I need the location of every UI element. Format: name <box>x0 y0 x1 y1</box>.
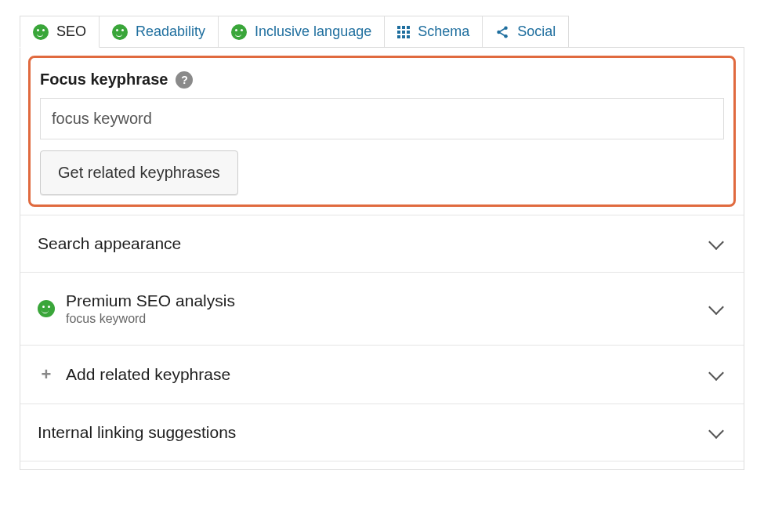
focus-keyphrase-label: Focus keyphrase <box>40 71 168 89</box>
chevron-down-icon <box>708 234 724 250</box>
grid-icon <box>397 26 410 38</box>
tab-label: Schema <box>418 24 469 40</box>
accordion-internal-linking[interactable]: Internal linking suggestions <box>20 404 744 461</box>
accordion-subtitle: focus keyword <box>66 312 235 326</box>
smiley-icon <box>38 300 55 317</box>
help-icon[interactable]: ? <box>176 71 193 89</box>
focus-keyphrase-input[interactable] <box>40 98 724 139</box>
accordion-premium-seo-analysis[interactable]: Premium SEO analysis focus keyword <box>20 273 744 346</box>
plus-icon: + <box>38 364 55 385</box>
share-icon <box>495 25 509 39</box>
tab-label: SEO <box>56 24 86 40</box>
accordion-search-appearance[interactable]: Search appearance <box>20 215 744 273</box>
svg-line-4 <box>500 32 505 35</box>
tab-inclusive-language[interactable]: Inclusive language <box>218 16 385 47</box>
smiley-icon <box>112 24 128 40</box>
chevron-down-icon <box>708 299 724 315</box>
tab-social[interactable]: Social <box>482 16 569 47</box>
accordion: Search appearance Premium SEO analysis f… <box>20 215 744 461</box>
focus-label-row: Focus keyphrase ? <box>40 71 724 89</box>
tab-label: Inclusive language <box>255 24 371 40</box>
chevron-down-icon <box>708 423 724 439</box>
tab-seo[interactable]: SEO <box>20 16 100 48</box>
focus-keyphrase-box: Focus keyphrase ? Get related keyphrases <box>28 56 736 207</box>
tab-label: Social <box>517 24 556 40</box>
tab-schema[interactable]: Schema <box>384 16 483 47</box>
smiley-icon <box>231 24 247 40</box>
accordion-title: Add related keyphrase <box>66 365 230 384</box>
seo-panel: Focus keyphrase ? Get related keyphrases… <box>20 47 744 470</box>
accordion-title-stack: Premium SEO analysis focus keyword <box>66 291 235 326</box>
tab-readability[interactable]: Readability <box>99 16 219 47</box>
accordion-title: Premium SEO analysis <box>66 291 235 310</box>
svg-line-3 <box>500 28 505 31</box>
tab-label: Readability <box>136 24 205 40</box>
chevron-down-icon <box>708 365 724 381</box>
accordion-add-related-keyphrase[interactable]: + Add related keyphrase <box>20 346 744 404</box>
accordion-title: Internal linking suggestions <box>38 423 236 442</box>
tabs-bar: SEO Readability Inclusive language Schem… <box>20 16 744 47</box>
smiley-icon <box>33 24 49 40</box>
accordion-title: Search appearance <box>38 234 181 253</box>
get-related-keyphrases-button[interactable]: Get related keyphrases <box>40 150 238 195</box>
